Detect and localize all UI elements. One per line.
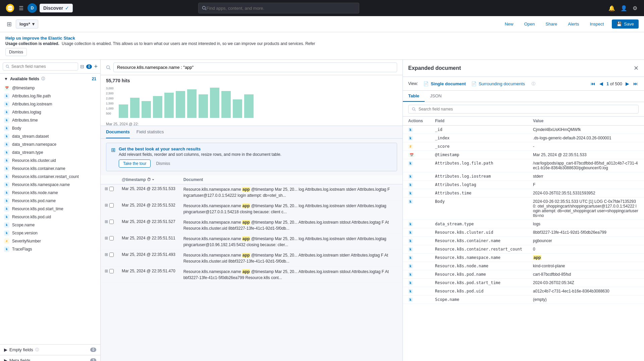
timestamp-cell: Mar 25, 2024 @ 22:35:51.493 <box>118 250 179 267</box>
open-button[interactable]: Open <box>522 20 538 28</box>
logs-dropdown[interactable]: logs* ▾ <box>16 19 38 29</box>
field-type-badge: k <box>408 264 413 268</box>
expand-icon[interactable]: ⊞ <box>105 186 108 191</box>
sidebar-field-item[interactable]: k Resource.k8s.pod.start_time <box>0 205 100 213</box>
query-input[interactable] <box>113 62 397 72</box>
dismiss-banner-button[interactable]: Dismiss <box>5 48 27 56</box>
timestamp-cell: Mar 25, 2024 @ 22:35:51.511 <box>118 234 179 250</box>
surrounding-documents-option[interactable]: 📄 Surrounding documents <box>471 81 525 86</box>
global-search-input[interactable] <box>206 6 355 11</box>
field-name-cell: _id <box>430 126 528 134</box>
row-checkbox[interactable] <box>109 203 114 208</box>
available-fields-header[interactable]: ▼ Available fields ⓘ 21 <box>0 74 100 84</box>
field-name-cell: Body <box>430 197 528 220</box>
row-checkbox[interactable] <box>109 220 114 224</box>
tab-field-statistics[interactable]: Field statistics <box>137 126 164 138</box>
row-checkbox[interactable] <box>109 236 114 240</box>
sidebar-search[interactable] <box>3 62 78 71</box>
new-button[interactable]: New <box>502 20 516 28</box>
alerts-button[interactable]: Alerts <box>565 20 582 28</box>
prev-page-button[interactable]: ◀ <box>599 80 604 87</box>
chevron-down-icon: ▼ <box>4 77 8 81</box>
sidebar-field-item[interactable]: k Resource.k8s.node.name <box>0 189 100 197</box>
row-checkbox[interactable] <box>109 269 114 273</box>
panel-tabs: Table JSON <box>403 91 644 102</box>
field-type-badge: k <box>408 289 413 294</box>
row-checkbox[interactable] <box>109 187 114 191</box>
sidebar-field-item[interactable]: k Attributes.log.file.path <box>0 92 100 100</box>
save-button[interactable]: 💾 Save <box>612 19 639 29</box>
field-name: Resource.k8s.pod.uid <box>12 215 51 219</box>
global-search[interactable] <box>198 3 359 13</box>
sidebar-field-item[interactable]: 📅 @timestamp <box>0 84 100 92</box>
hamburger-menu-button[interactable]: ☰ <box>17 4 25 13</box>
filter-button[interactable]: ⊟ <box>80 64 84 69</box>
field-value-cell: app <box>528 254 644 262</box>
panel-tab-json[interactable]: JSON <box>425 91 447 102</box>
panel-table-row: k Resource.k8s.namespace.name app <box>403 254 644 262</box>
checkmark-icon: ✓ <box>65 5 69 11</box>
expand-icon[interactable]: ⊞ <box>105 203 108 208</box>
expand-icon[interactable]: ⊞ <box>105 252 108 257</box>
close-panel-button[interactable]: ✕ <box>634 64 639 72</box>
field-name: Resource.k8s.node.name <box>12 190 58 195</box>
expand-icon[interactable]: ⊞ <box>105 236 108 240</box>
grid-icon[interactable]: ⊞ <box>5 19 13 29</box>
col-timestamp[interactable]: @timestamp ⏱ ▾ <box>118 175 179 184</box>
sidebar-field-item[interactable]: k Body <box>0 124 100 132</box>
panel-search-input[interactable] <box>419 107 635 111</box>
sidebar-filter-bar: ⊟ 0 + <box>0 60 100 74</box>
sidebar-field-item[interactable]: k Resource.k8s.cluster.uid <box>0 156 100 165</box>
next-page-button[interactable]: ▶ <box>625 80 630 87</box>
svg-rect-27 <box>233 99 242 118</box>
svg-line-8 <box>8 67 9 68</box>
panel-search-box[interactable] <box>408 105 639 114</box>
meta-fields-section[interactable]: ▶ Meta fields 3 <box>0 355 100 361</box>
sidebar-field-item[interactable]: k TraceFlags <box>0 245 100 253</box>
chevron-down-icon: ▾ <box>32 21 35 27</box>
sidebar-field-item[interactable]: k Scope.name <box>0 221 100 229</box>
row-controls: ⊞ <box>101 217 118 234</box>
sidebar-field-item[interactable]: k data_stream.namespace <box>0 140 100 148</box>
sidebar-field-item[interactable]: k Resource.k8s.pod.uid <box>0 213 100 221</box>
panel-tab-table[interactable]: Table <box>403 91 425 102</box>
settings-icon[interactable]: ⚙ <box>631 4 639 13</box>
sidebar-field-item[interactable]: k Resource.k8s.pod.name <box>0 197 100 205</box>
sidebar-search-input[interactable] <box>11 64 75 69</box>
empty-fields-section[interactable]: ▶ Empty fields ⓘ 0 <box>0 344 100 355</box>
notifications-icon[interactable]: 🔔 <box>607 4 616 13</box>
empty-fields-label: ▶ Empty fields ⓘ <box>4 347 39 352</box>
discover-dropdown[interactable]: Discover ✓ <box>40 4 73 12</box>
actions-cell: k <box>403 197 430 220</box>
tab-documents[interactable]: Documents <box>106 126 130 138</box>
sidebar-field-item[interactable]: k Attributes.log.iostream <box>0 100 100 108</box>
inspect-button[interactable]: Inspect <box>587 20 606 28</box>
sidebar-field-item[interactable]: k Resource.k8s.namespace.name <box>0 181 100 189</box>
expand-icon[interactable]: ⊞ <box>105 219 108 224</box>
sidebar-field-item[interactable]: k Attributes.time <box>0 116 100 124</box>
sidebar-field-item[interactable]: k data_stream.dataset <box>0 132 100 140</box>
sidebar-field-item[interactable]: k Scope.version <box>0 229 100 237</box>
sidebar-field-item[interactable]: # SeverityNumber <box>0 237 100 245</box>
field-value-cell: Mar 25, 2024 @ 22:35:51.533 <box>528 151 644 159</box>
user-menu-icon[interactable]: 👤 <box>619 4 629 13</box>
expand-icon[interactable]: ⊞ <box>105 269 108 273</box>
page-info: 1 of 500 <box>606 81 622 86</box>
document-tabs: Documents Field statistics <box>101 126 402 139</box>
sidebar-field-item[interactable]: k data_stream.type <box>0 148 100 156</box>
field-type-badge: k <box>408 281 413 285</box>
share-button[interactable]: Share <box>543 20 560 28</box>
sidebar-field-item[interactable]: k Attributes.logtag <box>0 108 100 116</box>
dismiss-banner-button[interactable]: Dismiss <box>153 160 173 168</box>
sidebar-field-item[interactable]: k Resource.k8s.container.name <box>0 165 100 173</box>
last-page-button[interactable]: ⏭ <box>633 80 639 87</box>
add-filter-button[interactable]: + <box>94 63 98 70</box>
take-tour-button[interactable]: Take the tour <box>119 160 151 168</box>
field-type-badge: k <box>408 230 413 235</box>
highlight: app <box>242 269 250 274</box>
expanded-document-panel: Expanded document ✕ View: 📄 Single docum… <box>402 60 644 361</box>
first-page-button[interactable]: ⏮ <box>590 80 596 87</box>
single-document-option[interactable]: 📄 Single document <box>423 81 466 86</box>
row-checkbox[interactable] <box>109 253 114 257</box>
sidebar-field-item[interactable]: k Resource.k8s.container.restart_count <box>0 173 100 181</box>
